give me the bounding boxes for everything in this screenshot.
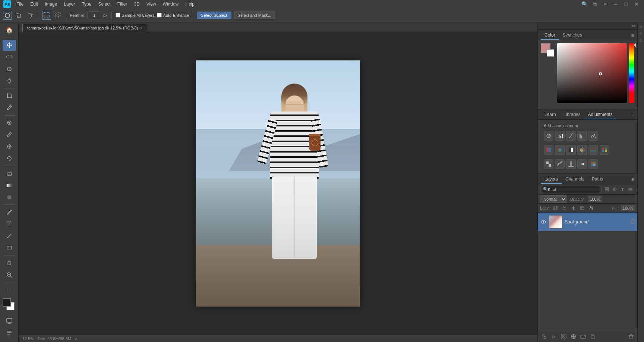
auto-enhance-checkbox[interactable]: Auto-Enhance: [157, 13, 189, 18]
mini-btn-3[interactable]: △: [638, 37, 644, 43]
fill-value[interactable]: 100%: [621, 205, 635, 211]
photo-filter-btn[interactable]: [577, 145, 587, 155]
posterize-btn[interactable]: [555, 159, 565, 169]
tab-layers[interactable]: Layers: [541, 175, 562, 184]
layer-visibility-btn[interactable]: [540, 219, 547, 225]
auto-enhance-input[interactable]: [157, 13, 162, 18]
mini-btn-1[interactable]: ◁: [638, 24, 644, 29]
brush-tool[interactable]: [3, 129, 16, 140]
magnetic-lasso-btn[interactable]: [25, 11, 34, 20]
brightness-contrast-btn[interactable]: [544, 131, 553, 141]
minimize-btn[interactable]: ─: [611, 0, 620, 9]
close-btn[interactable]: ✕: [632, 0, 641, 9]
filter-adj-icon[interactable]: [611, 186, 618, 193]
filter-smart-icon[interactable]: [627, 186, 634, 193]
arrange-icon[interactable]: ⧉: [590, 0, 599, 9]
shape-tool[interactable]: [3, 242, 16, 253]
vibrance-btn[interactable]: [588, 131, 598, 141]
doc-info-btn[interactable]: >: [75, 336, 77, 341]
hand-tool[interactable]: [3, 257, 16, 269]
sample-all-layers-input[interactable]: [116, 13, 120, 18]
menu-3d[interactable]: 3D: [131, 1, 142, 7]
select-and-mask-button[interactable]: Select and Mask...: [234, 12, 276, 19]
crop-tool[interactable]: [3, 90, 16, 101]
search-icon[interactable]: 🔍: [580, 0, 589, 9]
exposure-btn[interactable]: [577, 131, 587, 141]
lock-all-btn[interactable]: [588, 205, 594, 211]
eraser-tool[interactable]: [3, 168, 16, 179]
color-panel-options-btn[interactable]: ≡: [631, 32, 634, 40]
blur-tool[interactable]: [3, 192, 16, 203]
layer-item-background[interactable]: Background: [538, 213, 637, 231]
panel-collapse-btn[interactable]: ≪: [538, 22, 637, 30]
sample-all-layers-checkbox[interactable]: Sample All Layers: [116, 13, 155, 18]
magic-wand-tool[interactable]: [3, 75, 16, 87]
menu-filter[interactable]: Filter: [114, 1, 130, 7]
menu-image[interactable]: Image: [42, 1, 60, 7]
home-btn[interactable]: 🏠: [3, 25, 16, 36]
tab-close-btn[interactable]: ×: [140, 26, 142, 30]
lock-image-btn[interactable]: [561, 205, 568, 211]
history-brush-tool[interactable]: [3, 153, 16, 164]
type-tool[interactable]: T: [3, 219, 16, 230]
menu-file[interactable]: File: [13, 1, 26, 7]
filter-type-icon[interactable]: T: [619, 186, 626, 193]
gradient-map-btn[interactable]: [577, 159, 587, 169]
select-subject-button[interactable]: Select Subject: [197, 12, 231, 19]
tab-channels[interactable]: Channels: [562, 175, 588, 184]
levels-btn[interactable]: [555, 131, 565, 141]
zoom-tool[interactable]: [3, 269, 16, 280]
polygonal-lasso-btn[interactable]: [14, 11, 23, 20]
layer-mask-btn[interactable]: [559, 333, 568, 341]
spot-healing-brush-tool[interactable]: [3, 117, 16, 129]
layers-filter-input[interactable]: [540, 186, 602, 193]
eyedropper-tool[interactable]: [3, 102, 16, 113]
menu-select[interactable]: Select: [95, 1, 113, 7]
mini-btn-2[interactable]: ◇: [638, 31, 644, 36]
hue-slider[interactable]: [629, 43, 634, 103]
link-layers-btn[interactable]: [540, 333, 548, 341]
tab-paths[interactable]: Paths: [588, 175, 607, 184]
document-tab[interactable]: tamara-bellis-JoKS3XweV50-unsplash.jpg @…: [22, 24, 147, 32]
blend-mode-select[interactable]: Normal Dissolve Multiply Screen Overlay: [540, 195, 567, 203]
tab-adjustments[interactable]: Adjustments: [584, 110, 616, 119]
feather-input[interactable]: [88, 11, 101, 19]
menu-edit[interactable]: Edit: [27, 1, 41, 7]
maximize-btn[interactable]: □: [622, 0, 631, 9]
layer-effects-btn[interactable]: fx: [550, 333, 558, 341]
pen-tool[interactable]: [3, 207, 16, 218]
menu-view[interactable]: View: [143, 1, 159, 7]
lock-artboard-btn[interactable]: [579, 205, 585, 211]
selective-color-btn[interactable]: [588, 159, 598, 169]
rectangular-marquee-tool[interactable]: [3, 51, 16, 63]
adj-panel-options-btn[interactable]: ≡: [631, 112, 634, 119]
gradient-tool[interactable]: [3, 180, 16, 191]
filter-pixel-icon[interactable]: [603, 186, 610, 193]
more-tools-btn[interactable]: ···: [3, 284, 16, 295]
edit-toolbar-btn[interactable]: [3, 327, 16, 338]
threshold-btn[interactable]: [566, 159, 576, 169]
menu-type[interactable]: Type: [79, 1, 94, 7]
menu-layer[interactable]: Layer: [61, 1, 78, 7]
delete-layer-btn[interactable]: [627, 333, 635, 341]
new-group-btn[interactable]: [579, 333, 587, 341]
bg-color-swatch[interactable]: [547, 49, 554, 57]
lasso-tool-btn[interactable]: [3, 11, 12, 20]
channel-mixer-btn[interactable]: [588, 145, 598, 155]
clone-stamp-tool[interactable]: [3, 141, 16, 152]
lasso-tool[interactable]: [3, 63, 16, 75]
workspace-icon[interactable]: ≡: [601, 0, 610, 9]
menu-help[interactable]: Help: [182, 1, 198, 7]
menu-window[interactable]: Window: [160, 1, 182, 7]
path-selection-tool[interactable]: [3, 230, 16, 242]
lock-transparent-btn[interactable]: [552, 205, 559, 211]
screen-mode-btn[interactable]: [3, 316, 16, 327]
black-white-btn[interactable]: [566, 145, 576, 155]
opacity-value[interactable]: 100%: [588, 196, 602, 202]
tab-swatches[interactable]: Swatches: [559, 31, 586, 40]
add-selection-btn[interactable]: [53, 11, 62, 20]
tab-learn[interactable]: Learn: [541, 110, 560, 119]
new-layer-btn[interactable]: [588, 333, 597, 341]
color-lookup-btn[interactable]: [600, 145, 609, 155]
curves-btn[interactable]: [566, 131, 576, 141]
